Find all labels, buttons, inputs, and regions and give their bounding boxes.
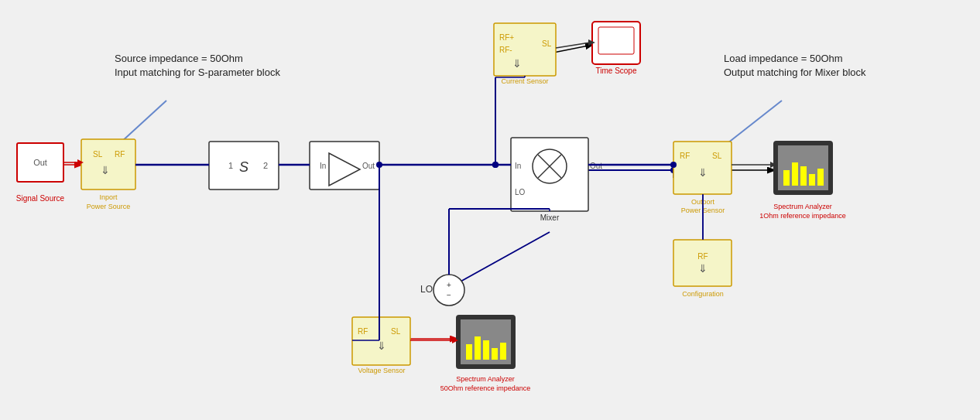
svg-text:RF: RF <box>358 327 368 336</box>
svg-text:2: 2 <box>263 161 268 170</box>
svg-rect-90 <box>475 336 481 360</box>
svg-text:Out: Out <box>362 162 375 170</box>
svg-text:Spectrum  Analyzer: Spectrum Analyzer <box>456 375 515 383</box>
svg-rect-73 <box>800 166 807 186</box>
svg-text:LO: LO <box>515 188 526 196</box>
svg-text:Load impedance = 50Ohm: Load impedance = 50Ohm <box>724 53 843 64</box>
svg-text:Inport: Inport <box>99 193 118 201</box>
svg-text:RF: RF <box>115 150 125 159</box>
svg-text:SL: SL <box>391 327 401 336</box>
svg-text:Out: Out <box>33 158 47 167</box>
svg-rect-57 <box>598 27 634 54</box>
svg-text:RF: RF <box>680 152 690 160</box>
svg-text:⇓: ⇓ <box>512 57 522 70</box>
svg-text:Signal Source: Signal Source <box>16 194 65 203</box>
svg-text:Voltage Sensor: Voltage Sensor <box>358 367 405 374</box>
svg-text:50Ohm reference impedance: 50Ohm reference impedance <box>440 384 531 392</box>
svg-rect-71 <box>783 170 790 186</box>
svg-text:⇓: ⇓ <box>101 164 110 176</box>
svg-text:RF: RF <box>697 252 708 261</box>
svg-text:Spectrum  Analyzer: Spectrum Analyzer <box>773 203 832 210</box>
svg-text:RF-: RF- <box>499 46 512 54</box>
svg-text:Input matching for S-parameter: Input matching for S-parameter block <box>115 67 280 78</box>
svg-text:−: − <box>447 291 451 299</box>
svg-text:Power Source: Power Source <box>87 203 131 210</box>
svg-text:Configuration: Configuration <box>682 290 724 298</box>
svg-point-115 <box>670 162 677 168</box>
svg-text:LO: LO <box>420 284 433 295</box>
svg-text:SL: SL <box>712 152 722 160</box>
svg-text:Current Sensor: Current Sensor <box>501 77 548 85</box>
svg-rect-74 <box>809 174 815 186</box>
svg-text:Time Scope: Time Scope <box>596 67 637 75</box>
svg-text:S: S <box>239 159 248 175</box>
svg-text:1Ohm reference impedance: 1Ohm reference impedance <box>759 212 846 220</box>
svg-text:Out: Out <box>590 162 602 170</box>
svg-text:Output matching for Mixer bloc: Output matching for Mixer block <box>724 67 866 78</box>
svg-rect-72 <box>792 162 798 186</box>
svg-text:Source impedance = 50Ohm: Source impedance = 50Ohm <box>115 53 243 64</box>
svg-rect-92 <box>492 348 498 360</box>
svg-rect-89 <box>466 344 472 360</box>
svg-text:1: 1 <box>228 161 233 170</box>
svg-rect-75 <box>817 169 824 186</box>
svg-text:In: In <box>320 162 326 170</box>
svg-text:SL: SL <box>542 39 552 48</box>
svg-text:⇓: ⇓ <box>698 262 708 275</box>
svg-text:+: + <box>447 281 451 289</box>
svg-text:⇓: ⇓ <box>698 166 708 179</box>
svg-rect-93 <box>500 343 506 360</box>
svg-text:Mixer: Mixer <box>540 213 560 222</box>
svg-text:⇓: ⇓ <box>377 340 386 352</box>
svg-point-78 <box>433 275 464 306</box>
svg-text:SL: SL <box>93 150 103 159</box>
svg-text:RF+: RF+ <box>499 33 514 42</box>
svg-rect-91 <box>483 340 489 360</box>
svg-text:In: In <box>515 162 521 170</box>
diagram: Source impedance = 50Ohm Input matching … <box>0 0 980 420</box>
